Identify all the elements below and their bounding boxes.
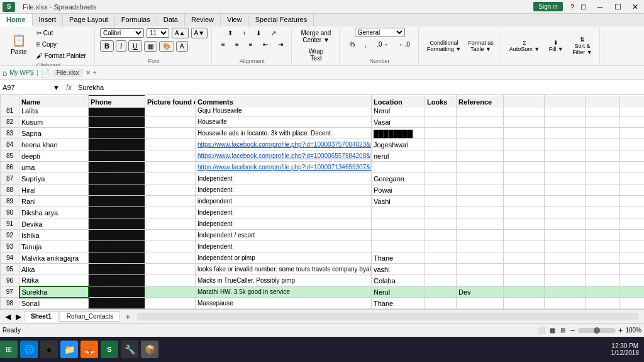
cell-j[interactable] — [586, 150, 620, 162]
cell-looks[interactable] — [425, 218, 457, 230]
cell-reference[interactable] — [457, 207, 504, 218]
cell-k[interactable] — [620, 218, 645, 230]
close-file-button[interactable]: ✕ — [86, 69, 91, 76]
cell-looks[interactable] — [425, 128, 457, 139]
cell-location[interactable]: Colaba — [372, 275, 425, 286]
cell-location[interactable]: Goregaon — [372, 173, 425, 184]
taskbar-app3[interactable]: 🔧 — [121, 341, 138, 358]
cell-phone[interactable]: ████ 258 — [89, 150, 145, 162]
cell-name[interactable]: Rani — [19, 196, 89, 207]
cell-reference[interactable] — [457, 275, 504, 286]
tab-review[interactable]: Review — [185, 14, 221, 26]
fill-color-button[interactable]: 🎨 — [159, 41, 174, 52]
align-right-button[interactable]: ≡ — [245, 39, 257, 50]
cell-i[interactable] — [545, 116, 586, 128]
zoom-out-button[interactable]: − — [570, 325, 575, 335]
cell-j[interactable] — [586, 286, 620, 298]
increase-decimal-button[interactable]: .0→ — [372, 39, 392, 50]
cell-reference[interactable] — [457, 264, 504, 275]
number-format-select[interactable]: General — [355, 28, 405, 37]
cell-j[interactable] — [586, 218, 620, 230]
merge-center-button[interactable]: Merge andCenter ▼ — [297, 28, 336, 45]
cell-reference[interactable] — [457, 150, 504, 162]
cell-phone[interactable]: ████6981 — [89, 275, 145, 286]
cell-looks[interactable] — [425, 298, 457, 309]
taskbar-app4[interactable]: 📦 — [141, 341, 158, 358]
cell-location[interactable]: Jogeshwari — [372, 139, 425, 150]
font-name-select[interactable]: Calibri — [100, 28, 144, 38]
taskbar-chrome[interactable]: ● — [40, 341, 58, 358]
cell-name[interactable]: Surekha — [19, 286, 89, 298]
cell-i[interactable] — [545, 241, 586, 252]
cell-k[interactable] — [620, 252, 645, 264]
cell-k[interactable] — [620, 264, 645, 275]
cell-h[interactable] — [504, 230, 545, 241]
cell-phone[interactable]: ████9343 — [89, 173, 145, 184]
cell-h[interactable] — [504, 286, 545, 298]
taskbar-app2[interactable]: 🦊 — [80, 341, 98, 358]
cell-i[interactable] — [545, 173, 586, 184]
cell-i[interactable] — [545, 264, 586, 275]
cell-k[interactable] — [620, 150, 645, 162]
cell-h[interactable] — [504, 298, 545, 309]
conditional-format-button[interactable]: ConditionalFormatting ▼ — [424, 30, 464, 62]
cell-k[interactable] — [620, 139, 645, 150]
cell-comments[interactable]: Housewife — [196, 116, 372, 128]
cell-pic[interactable] — [145, 207, 196, 218]
cell-k[interactable] — [620, 116, 645, 128]
cell-phone[interactable]: ████5466 — [89, 116, 145, 128]
cell-h[interactable] — [504, 173, 545, 184]
cell-phone[interactable]: ████ ██7 — [89, 218, 145, 230]
cell-comments[interactable]: Independent / escort — [196, 230, 372, 241]
cell-pic[interactable] — [145, 116, 196, 128]
cell-k[interactable] — [620, 298, 645, 309]
cell-reference[interactable]: A97 — [0, 84, 50, 91]
cell-h[interactable] — [504, 207, 545, 218]
cell-reference[interactable]: Dev — [457, 286, 504, 298]
cell-j[interactable] — [586, 162, 620, 173]
sheet-table-wrapper[interactable]: A B C D E F G H I J K Name — [0, 95, 644, 309]
cell-name[interactable]: Ishika — [19, 230, 89, 241]
cell-looks[interactable] — [425, 207, 457, 218]
sign-in-button[interactable]: Sign in — [533, 2, 563, 11]
thousand-button[interactable]: , — [360, 39, 371, 50]
cell-pic[interactable] — [145, 298, 196, 309]
cell-k[interactable] — [620, 275, 645, 286]
cell-location[interactable] — [372, 241, 425, 252]
cell-i[interactable] — [545, 230, 586, 241]
cell-looks[interactable] — [425, 286, 457, 298]
start-button[interactable]: ⊞ — [0, 341, 18, 358]
cell-pic[interactable] — [145, 184, 196, 196]
cell-phone[interactable]: ████9118 — [89, 241, 145, 252]
cell-k[interactable] — [620, 162, 645, 173]
sheet-tab-rohan[interactable]: Rohan_Contacts — [60, 311, 121, 322]
add-sheet-button[interactable]: + — [121, 312, 134, 322]
cell-i[interactable] — [545, 275, 586, 286]
cell-location[interactable]: Nerul — [372, 286, 425, 298]
cell-comments[interactable]: Massepause — [196, 298, 372, 309]
cell-looks[interactable] — [425, 264, 457, 275]
cell-i[interactable] — [545, 184, 586, 196]
cell-h[interactable] — [504, 116, 545, 128]
maximize-button[interactable]: ☐ — [609, 0, 626, 14]
cell-comments[interactable]: Independent or pimp — [196, 252, 372, 264]
cell-h[interactable] — [504, 252, 545, 264]
cell-location[interactable]: nerul — [372, 150, 425, 162]
cell-pic[interactable] — [145, 252, 196, 264]
cell-i[interactable] — [545, 286, 586, 298]
cell-pic[interactable] — [145, 162, 196, 173]
cell-pic[interactable] — [145, 241, 196, 252]
underline-button[interactable]: U — [128, 40, 142, 52]
cell-comments[interactable]: Independent — [196, 184, 372, 196]
percent-button[interactable]: % — [345, 39, 359, 50]
cell-k[interactable] — [620, 173, 645, 184]
cell-pic[interactable] — [145, 139, 196, 150]
cell-i[interactable] — [545, 218, 586, 230]
autosum-button[interactable]: ΣAutoSum ▼ — [506, 30, 543, 62]
cell-j[interactable] — [586, 128, 620, 139]
cell-phone[interactable]: 9372977062 — [89, 298, 145, 309]
cell-h[interactable] — [504, 196, 545, 207]
cell-comments[interactable]: looks fake or invalid number. some tours… — [196, 264, 372, 275]
horizontal-scrollbar[interactable] — [136, 313, 639, 320]
increase-font-button[interactable]: A▲ — [172, 28, 189, 38]
